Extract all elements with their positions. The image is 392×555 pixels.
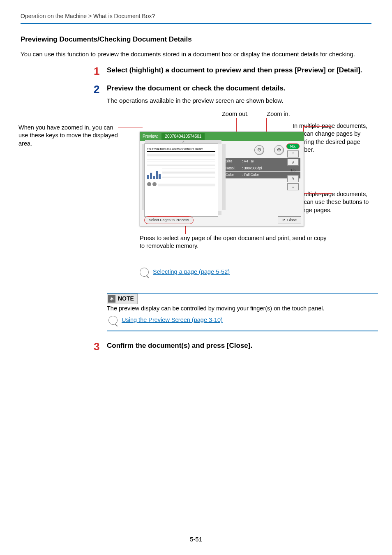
callout-page-number: In multiple-page documents, you can chan… (293, 122, 371, 154)
page-last-button[interactable]: ⌄ (287, 183, 299, 190)
section-intro: You can use this function to preview the… (21, 50, 371, 58)
callout-zoom-out: Zoom out. (222, 110, 249, 118)
leader-line (302, 193, 332, 194)
leader-line (118, 127, 143, 128)
callout-pan-keys: When you have zoomed in, you can use the… (18, 124, 121, 148)
page-prev-button[interactable]: ∧ (287, 159, 299, 166)
close-button[interactable]: ↵Close (278, 216, 301, 224)
link-selecting-a-page[interactable]: Selecting a page (page 5-52) (153, 268, 230, 276)
page-number: 5-51 (0, 535, 392, 543)
pan-right-button[interactable] (222, 144, 226, 210)
zoom-in-button[interactable]: ⊕ (274, 145, 284, 155)
callout-zoom-in: Zoom in. (267, 110, 290, 118)
ref-link-select-page: Selecting a page (page 5-52) (140, 268, 371, 277)
step-1-number: 1 (94, 66, 107, 76)
screen-title-label: Preview: (143, 134, 158, 139)
magnifier-icon (108, 316, 118, 325)
magnifier-icon (140, 268, 149, 277)
callout-page-buttons: In multiple-page documents, you can use … (293, 190, 371, 215)
screen-filename: 2007040410574501 (161, 133, 205, 140)
gear-icon: ✶ (108, 295, 115, 303)
callout-select-pages: Press to select any page of the open doc… (140, 234, 329, 250)
leader-line (303, 126, 332, 127)
link-using-preview-screen[interactable]: Using the Preview Screen (page 3-10) (122, 316, 223, 324)
screen-titlebar: Preview: 2007040410574501 (140, 132, 304, 141)
page-navigator: No. ⌃ ∧ 1/6 ∨ ⌄ (285, 143, 301, 190)
diagram: When you have zoomed in, you can use the… (21, 109, 371, 265)
breadcrumb: Operation on the Machine > What is Docum… (21, 12, 371, 21)
note-text: The preview display can be controlled by… (107, 304, 378, 312)
page-number-button[interactable]: No. (286, 143, 300, 150)
note-header: ✶ NOTE (107, 294, 138, 304)
zoom-out-button[interactable]: ⊖ (254, 145, 264, 155)
step-2-number: 2 (94, 84, 107, 104)
step-2-title: Preview the document or check the docume… (107, 84, 286, 92)
header-rule (21, 23, 371, 24)
note-box: ✶ NOTE The preview display can be contro… (107, 293, 378, 331)
page-first-button[interactable]: ⌃ (287, 150, 299, 157)
preview-screen-mock: Preview: 2007040410574501 ∧ ∨ The Flying… (140, 132, 304, 226)
select-pages-button[interactable]: Select Pages to Process (144, 216, 194, 224)
step-1-title: Select (highlight) a document to preview… (107, 66, 362, 74)
enter-icon: ↵ (282, 217, 286, 223)
ref-link-preview-screen: Using the Preview Screen (page 3-10) (108, 316, 378, 325)
page-icon: 🗎 (251, 159, 254, 164)
section-heading: Previewing Documents/Checking Document D… (21, 35, 371, 44)
note-label: NOTE (118, 295, 134, 303)
page-next-button[interactable]: ∨ (287, 175, 299, 182)
step-3-number: 3 (94, 341, 107, 352)
step-2-subtitle: The operations available in the preview … (107, 96, 286, 105)
document-preview-pane: The Flying Items Inc. and Many different… (144, 143, 218, 217)
page-counter: 1/6 (291, 168, 296, 173)
doc-sample-heading: The Flying Items Inc. and Many different… (147, 147, 215, 150)
step-3-title: Confirm the document(s) and press [Close… (107, 341, 252, 350)
